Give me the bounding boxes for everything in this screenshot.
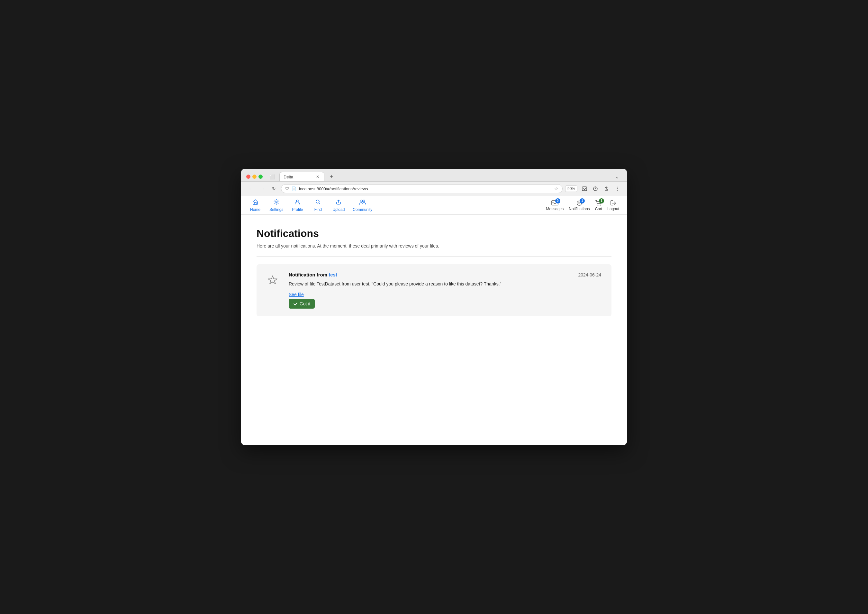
nav-home-label: Home — [250, 207, 260, 212]
notification-body: Notification from test 2024-06-24 Review… — [289, 272, 601, 309]
page-content: Notifications Here are all your notifica… — [241, 215, 627, 443]
logout-label: Logout — [607, 207, 619, 211]
svg-point-3 — [617, 188, 618, 189]
tab-bar-right: ⌄ — [613, 172, 622, 181]
tab-close-icon[interactable]: ✕ — [315, 174, 320, 179]
notification-message: Review of file TestDataset from user tes… — [289, 281, 601, 287]
nav-find[interactable]: Find — [312, 198, 324, 212]
notification-date: 2024-06-24 — [578, 272, 601, 278]
bookmark-star-icon[interactable]: ☆ — [554, 186, 558, 191]
svg-point-2 — [617, 187, 618, 188]
app-toolbar: Home Settings Profile — [241, 196, 627, 215]
cart-nav-item[interactable]: 1 Cart — [595, 200, 603, 211]
menu-icon[interactable] — [613, 184, 622, 193]
svg-point-5 — [276, 201, 277, 203]
nav-settings-label: Settings — [270, 207, 283, 212]
got-it-button[interactable]: Got it — [289, 299, 315, 309]
page-icon: 📄 — [291, 186, 296, 191]
divider — [257, 256, 611, 257]
see-file-link[interactable]: See file — [289, 292, 601, 297]
history-icon[interactable] — [591, 184, 600, 193]
nav-community-label: Community — [353, 207, 372, 212]
notifications-label: Notifications — [569, 207, 590, 211]
find-icon — [315, 198, 321, 207]
settings-icon — [273, 198, 280, 207]
got-it-label: Got it — [300, 301, 310, 306]
notifications-icon-wrapper: 1 — [576, 200, 583, 206]
community-icon — [359, 198, 366, 207]
sidebar-toggle-icon[interactable]: ⬜ — [268, 172, 277, 181]
minimize-button[interactable] — [253, 175, 257, 179]
notification-star-icon — [267, 274, 278, 289]
page-title: Notifications — [257, 228, 611, 239]
cart-badge: 1 — [599, 198, 604, 203]
home-icon — [252, 198, 259, 207]
tab-bar-chevron-icon[interactable]: ⌄ — [613, 172, 622, 181]
share-icon[interactable] — [602, 184, 611, 193]
nav-home[interactable]: Home — [249, 198, 262, 212]
nav-profile[interactable]: Profile — [291, 198, 304, 212]
pocket-icon[interactable] — [580, 184, 589, 193]
traffic-lights — [246, 175, 263, 179]
back-button[interactable]: ← — [246, 184, 255, 193]
address-field[interactable]: 🛡 📄 localhost:8000/#/notifications/revie… — [281, 184, 563, 193]
browser-actions — [580, 184, 622, 193]
notification-user-link[interactable]: test — [329, 272, 337, 278]
nav-upload[interactable]: Upload — [332, 198, 345, 212]
close-button[interactable] — [246, 175, 250, 179]
browser-tab[interactable]: Delta ✕ — [279, 172, 324, 181]
page-subtitle: Here are all your notifications. At the … — [257, 243, 611, 248]
checkmark-icon — [293, 302, 298, 306]
notifications-badge: 1 — [580, 198, 585, 203]
profile-icon — [294, 198, 301, 207]
address-bar: ← → ↻ 🛡 📄 localhost:8000/#/notifications… — [241, 181, 627, 196]
nav-upload-label: Upload — [332, 207, 345, 212]
toolbar-right: 0 Messages 1 Notifications — [546, 200, 619, 211]
tab-title: Delta — [284, 175, 313, 179]
title-bar: ⬜ Delta ✕ + ⌄ — [241, 169, 627, 181]
nav-settings[interactable]: Settings — [270, 198, 283, 212]
logout-icon-wrapper — [610, 200, 617, 206]
forward-button[interactable]: → — [258, 184, 267, 193]
maximize-button[interactable] — [259, 175, 263, 179]
nav-find-label: Find — [315, 207, 322, 212]
notification-actions: See file Got it — [289, 292, 601, 309]
svg-rect-0 — [582, 187, 587, 191]
svg-point-13 — [600, 205, 600, 205]
zoom-badge[interactable]: 90% — [565, 186, 577, 192]
messages-icon-wrapper: 0 — [551, 200, 558, 206]
svg-point-4 — [617, 190, 618, 191]
svg-point-8 — [361, 200, 363, 202]
nav-profile-label: Profile — [292, 207, 303, 212]
messages-nav-item[interactable]: 0 Messages — [546, 200, 564, 211]
nav-community[interactable]: Community — [353, 198, 372, 212]
notification-header: Notification from test 2024-06-24 — [289, 272, 601, 278]
notification-from: Notification from test — [289, 272, 337, 278]
messages-label: Messages — [546, 207, 564, 211]
reload-button[interactable]: ↻ — [270, 184, 278, 193]
cart-icon-wrapper: 1 — [595, 200, 602, 206]
notifications-nav-item[interactable]: 1 Notifications — [569, 200, 590, 211]
shield-icon: 🛡 — [285, 186, 289, 191]
new-tab-button[interactable]: + — [327, 172, 336, 181]
browser-window: ⬜ Delta ✕ + ⌄ ← → ↻ 🛡 📄 localhost:8000/#… — [241, 169, 627, 445]
svg-point-12 — [597, 205, 598, 205]
messages-badge: 0 — [555, 198, 560, 203]
upload-icon — [335, 198, 342, 207]
svg-point-6 — [296, 200, 298, 202]
svg-point-9 — [363, 200, 365, 202]
address-text: localhost:8000/#/notifications/reviews — [299, 186, 552, 191]
notification-card: Notification from test 2024-06-24 Review… — [257, 264, 611, 316]
cart-label: Cart — [595, 207, 603, 211]
logout-nav-item[interactable]: Logout — [607, 200, 619, 211]
